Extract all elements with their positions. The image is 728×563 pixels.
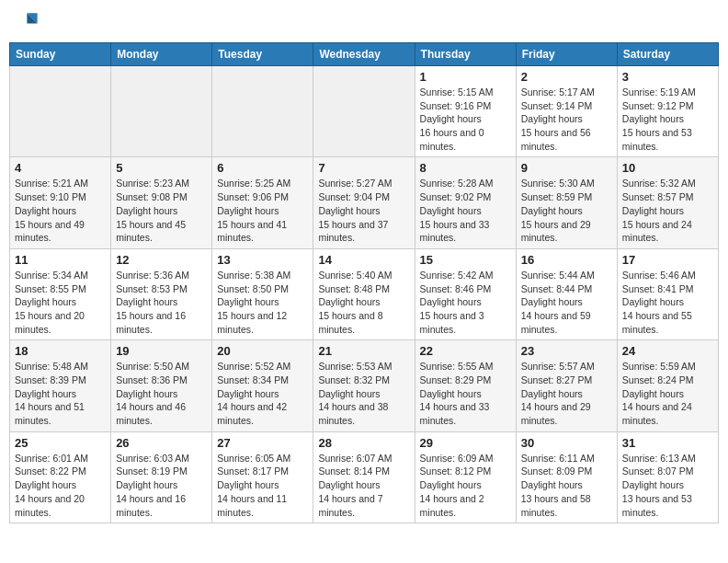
day-number: 30	[521, 436, 612, 450]
day-cell: 30Sunrise: 6:11 AMSunset: 8:09 PMDayligh…	[516, 431, 617, 523]
day-cell: 7Sunrise: 5:27 AMSunset: 9:04 PMDaylight…	[313, 157, 415, 248]
day-info: Sunrise: 5:17 AMSunset: 9:14 PMDaylight …	[521, 86, 612, 153]
day-info: Sunrise: 5:32 AMSunset: 8:57 PMDaylight …	[622, 177, 713, 244]
header-row: SundayMondayTuesdayWednesdayThursdayFrid…	[10, 43, 719, 66]
day-info: Sunrise: 5:19 AMSunset: 9:12 PMDaylight …	[622, 86, 713, 153]
day-info: Sunrise: 6:01 AMSunset: 8:22 PMDaylight …	[15, 452, 106, 519]
day-info: Sunrise: 6:03 AMSunset: 8:19 PMDaylight …	[116, 452, 207, 519]
day-number: 26	[116, 436, 207, 450]
day-info: Sunrise: 5:42 AMSunset: 8:46 PMDaylight …	[420, 269, 511, 336]
day-number: 8	[420, 161, 511, 175]
column-header-tuesday: Tuesday	[212, 43, 313, 66]
week-row-3: 11Sunrise: 5:34 AMSunset: 8:55 PMDayligh…	[10, 248, 719, 339]
day-number: 15	[420, 253, 511, 267]
week-row-4: 18Sunrise: 5:48 AMSunset: 8:39 PMDayligh…	[10, 340, 719, 431]
day-number: 6	[217, 161, 308, 175]
day-info: Sunrise: 5:48 AMSunset: 8:39 PMDaylight …	[15, 360, 106, 427]
day-cell: 9Sunrise: 5:30 AMSunset: 8:59 PMDaylight…	[516, 157, 617, 248]
day-number: 19	[116, 344, 207, 358]
day-cell: 2Sunrise: 5:17 AMSunset: 9:14 PMDaylight…	[516, 66, 617, 157]
day-number: 9	[521, 161, 612, 175]
day-cell: 31Sunrise: 6:13 AMSunset: 8:07 PMDayligh…	[617, 431, 718, 523]
day-cell: 6Sunrise: 5:25 AMSunset: 9:06 PMDaylight…	[212, 157, 313, 248]
column-header-saturday: Saturday	[617, 43, 718, 66]
day-number: 5	[116, 161, 207, 175]
day-info: Sunrise: 6:09 AMSunset: 8:12 PMDaylight …	[420, 452, 511, 519]
day-cell	[313, 66, 415, 157]
day-number: 3	[622, 70, 713, 84]
day-cell: 22Sunrise: 5:55 AMSunset: 8:29 PMDayligh…	[415, 340, 516, 431]
day-cell: 13Sunrise: 5:38 AMSunset: 8:50 PMDayligh…	[212, 248, 313, 339]
day-cell: 1Sunrise: 5:15 AMSunset: 9:16 PMDaylight…	[415, 66, 516, 157]
day-number: 7	[318, 161, 409, 175]
day-info: Sunrise: 5:38 AMSunset: 8:50 PMDaylight …	[217, 269, 308, 336]
week-row-2: 4Sunrise: 5:21 AMSunset: 9:10 PMDaylight…	[10, 157, 719, 248]
day-info: Sunrise: 6:07 AMSunset: 8:14 PMDaylight …	[318, 452, 409, 519]
day-info: Sunrise: 5:34 AMSunset: 8:55 PMDaylight …	[15, 269, 106, 336]
day-info: Sunrise: 5:57 AMSunset: 8:27 PMDaylight …	[521, 360, 612, 427]
day-number: 24	[622, 344, 713, 358]
day-number: 1	[420, 70, 511, 84]
day-cell: 21Sunrise: 5:53 AMSunset: 8:32 PMDayligh…	[313, 340, 415, 431]
day-cell: 26Sunrise: 6:03 AMSunset: 8:19 PMDayligh…	[111, 431, 212, 523]
day-cell: 24Sunrise: 5:59 AMSunset: 8:24 PMDayligh…	[617, 340, 718, 431]
day-cell: 25Sunrise: 6:01 AMSunset: 8:22 PMDayligh…	[10, 431, 111, 523]
day-info: Sunrise: 5:52 AMSunset: 8:34 PMDaylight …	[217, 360, 308, 427]
day-cell: 29Sunrise: 6:09 AMSunset: 8:12 PMDayligh…	[415, 431, 516, 523]
day-info: Sunrise: 5:28 AMSunset: 9:02 PMDaylight …	[420, 177, 511, 244]
day-number: 28	[318, 436, 409, 450]
day-number: 14	[318, 253, 409, 267]
day-number: 22	[420, 344, 511, 358]
column-header-thursday: Thursday	[415, 43, 516, 66]
day-number: 20	[217, 344, 308, 358]
logo-icon	[13, 9, 39, 35]
day-cell: 18Sunrise: 5:48 AMSunset: 8:39 PMDayligh…	[10, 340, 111, 431]
day-cell: 4Sunrise: 5:21 AMSunset: 9:10 PMDaylight…	[10, 157, 111, 248]
day-cell: 17Sunrise: 5:46 AMSunset: 8:41 PMDayligh…	[617, 248, 718, 339]
day-number: 23	[521, 344, 612, 358]
day-cell	[212, 66, 313, 157]
day-cell: 23Sunrise: 5:57 AMSunset: 8:27 PMDayligh…	[516, 340, 617, 431]
day-number: 2	[521, 70, 612, 84]
logo	[13, 9, 42, 35]
column-header-friday: Friday	[516, 43, 617, 66]
day-number: 18	[15, 344, 106, 358]
day-cell: 19Sunrise: 5:50 AMSunset: 8:36 PMDayligh…	[111, 340, 212, 431]
header	[9, 9, 719, 35]
day-info: Sunrise: 5:15 AMSunset: 9:16 PMDaylight …	[420, 86, 511, 153]
day-cell: 10Sunrise: 5:32 AMSunset: 8:57 PMDayligh…	[617, 157, 718, 248]
day-info: Sunrise: 5:53 AMSunset: 8:32 PMDaylight …	[318, 360, 409, 427]
day-cell: 11Sunrise: 5:34 AMSunset: 8:55 PMDayligh…	[10, 248, 111, 339]
day-number: 17	[622, 253, 713, 267]
day-cell: 20Sunrise: 5:52 AMSunset: 8:34 PMDayligh…	[212, 340, 313, 431]
day-number: 31	[622, 436, 713, 450]
day-cell: 15Sunrise: 5:42 AMSunset: 8:46 PMDayligh…	[415, 248, 516, 339]
week-row-1: 1Sunrise: 5:15 AMSunset: 9:16 PMDaylight…	[10, 66, 719, 157]
day-number: 11	[15, 253, 106, 267]
day-number: 25	[15, 436, 106, 450]
day-cell: 16Sunrise: 5:44 AMSunset: 8:44 PMDayligh…	[516, 248, 617, 339]
day-info: Sunrise: 5:59 AMSunset: 8:24 PMDaylight …	[622, 360, 713, 427]
day-info: Sunrise: 5:50 AMSunset: 8:36 PMDaylight …	[116, 360, 207, 427]
day-info: Sunrise: 6:05 AMSunset: 8:17 PMDaylight …	[217, 452, 308, 519]
day-cell: 5Sunrise: 5:23 AMSunset: 9:08 PMDaylight…	[111, 157, 212, 248]
day-number: 13	[217, 253, 308, 267]
day-cell: 8Sunrise: 5:28 AMSunset: 9:02 PMDaylight…	[415, 157, 516, 248]
day-number: 10	[622, 161, 713, 175]
day-cell: 3Sunrise: 5:19 AMSunset: 9:12 PMDaylight…	[617, 66, 718, 157]
day-info: Sunrise: 5:23 AMSunset: 9:08 PMDaylight …	[116, 177, 207, 244]
column-header-sunday: Sunday	[10, 43, 111, 66]
day-cell: 12Sunrise: 5:36 AMSunset: 8:53 PMDayligh…	[111, 248, 212, 339]
day-info: Sunrise: 5:30 AMSunset: 8:59 PMDaylight …	[521, 177, 612, 244]
column-header-wednesday: Wednesday	[313, 43, 415, 66]
day-cell	[111, 66, 212, 157]
day-info: Sunrise: 5:46 AMSunset: 8:41 PMDaylight …	[622, 269, 713, 336]
day-info: Sunrise: 5:36 AMSunset: 8:53 PMDaylight …	[116, 269, 207, 336]
day-number: 12	[116, 253, 207, 267]
column-header-monday: Monday	[111, 43, 212, 66]
day-info: Sunrise: 5:27 AMSunset: 9:04 PMDaylight …	[318, 177, 409, 244]
calendar-table: SundayMondayTuesdayWednesdayThursdayFrid…	[9, 42, 719, 523]
day-number: 16	[521, 253, 612, 267]
day-number: 4	[15, 161, 106, 175]
day-info: Sunrise: 5:40 AMSunset: 8:48 PMDaylight …	[318, 269, 409, 336]
